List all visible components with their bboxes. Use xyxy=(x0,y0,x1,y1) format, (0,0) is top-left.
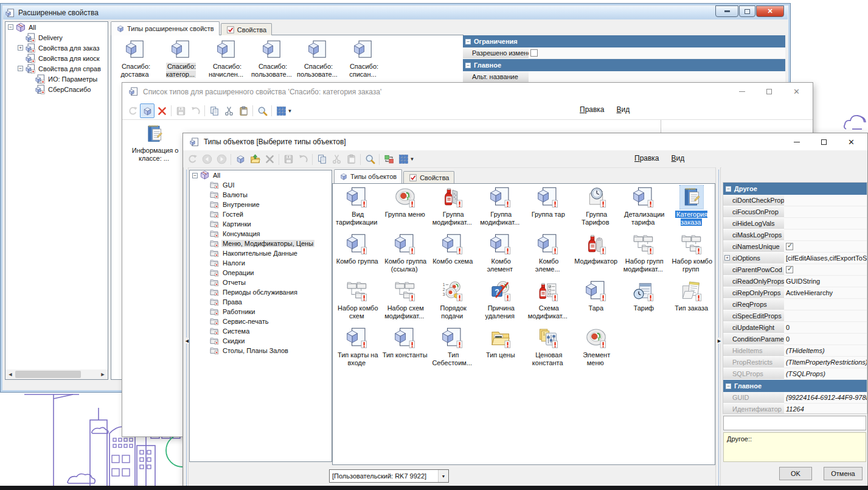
extended-property-item[interactable]: Спасибо: пользовате... xyxy=(249,39,295,79)
tree-item[interactable]: Консумация xyxy=(190,229,332,239)
object-categories-tree[interactable]: −AllGUIВалютыВнутренниеГостейКартинкиКон… xyxy=(189,170,332,462)
tree-item[interactable]: Гостей xyxy=(190,209,332,219)
undo-button[interactable] xyxy=(296,152,310,167)
tree-item[interactable]: −Свойства для справ xyxy=(5,63,108,74)
object-type-item[interactable]: ?Причина удаления xyxy=(477,279,525,326)
object-type-item[interactable]: 1Ценовая константа xyxy=(524,326,572,373)
property-value[interactable]: GUIDString xyxy=(784,276,867,287)
collapse-icon[interactable]: − xyxy=(8,24,13,30)
property-value[interactable] xyxy=(784,299,867,310)
extended-property-item[interactable]: Спасибо: доставка xyxy=(113,39,158,79)
property-value[interactable] xyxy=(784,264,867,276)
object-type-item[interactable]: Тип заказа xyxy=(668,279,716,326)
property-row[interactable]: SQLProps(TSQLProps) xyxy=(723,368,867,380)
tree-item[interactable]: Операции xyxy=(190,268,332,278)
section-header[interactable]: −Ограничения xyxy=(463,35,785,47)
property-value[interactable]: 0 xyxy=(784,322,867,334)
tree-item[interactable]: Периоды обслуживания xyxy=(190,287,332,297)
ok-button[interactable]: OK xyxy=(779,467,812,480)
property-row[interactable]: ciDontCheckProp xyxy=(723,195,867,206)
copy-button[interactable] xyxy=(207,103,221,118)
mid-titlebar[interactable]: Список типов для расширенного свойства '… xyxy=(122,83,813,100)
object-type-item[interactable]: Комбо элемент xyxy=(477,233,525,279)
property-value[interactable]: (TSQLProps) xyxy=(784,368,867,380)
combobox-dropdown-icon[interactable]: ▼ xyxy=(438,470,448,482)
property-row[interactable]: GUID{99224164-6912-44F9-978E xyxy=(723,392,867,404)
menu-правка[interactable]: Правка xyxy=(580,105,605,114)
tab-inactive[interactable]: Свойства xyxy=(403,171,454,183)
tree-item[interactable]: Свойства для киоск xyxy=(5,53,108,63)
delete-button[interactable] xyxy=(262,152,277,167)
paste-button[interactable] xyxy=(344,152,358,167)
tree-item[interactable]: Система xyxy=(190,326,332,336)
expand-icon[interactable]: + xyxy=(724,255,730,261)
close-button[interactable]: ✕ xyxy=(783,83,810,100)
property-value[interactable]: ActiveHierarchy xyxy=(784,287,867,299)
collapse-icon[interactable]: − xyxy=(465,39,471,44)
front-titlebar[interactable]: Типы объектов [Выберите типы объектов] xyxy=(183,133,867,150)
object-type-item[interactable]: Детализации тарифа xyxy=(620,186,668,233)
refresh-button[interactable] xyxy=(185,152,200,167)
property-value[interactable]: [cifEditAliases,cifExportToSQ xyxy=(784,253,867,264)
delete-button[interactable] xyxy=(155,103,169,118)
checkbox[interactable] xyxy=(786,243,793,250)
object-type-item[interactable]: Тариф xyxy=(620,279,668,326)
property-edit-box[interactable] xyxy=(723,416,866,430)
object-type-item[interactable]: Тара xyxy=(572,279,620,326)
checkbox[interactable] xyxy=(786,266,793,273)
left-splitter[interactable]: ◄ xyxy=(183,167,189,489)
section-header[interactable]: −Главное xyxy=(723,380,867,392)
undo-button[interactable] xyxy=(188,103,203,118)
expand-icon[interactable]: + xyxy=(18,45,23,51)
property-value[interactable]: 11264 xyxy=(784,404,867,414)
collapse-icon[interactable]: − xyxy=(465,63,471,68)
copy-button[interactable] xyxy=(314,152,329,167)
object-cube-button[interactable] xyxy=(233,152,248,167)
property-row[interactable]: Идентификатор11264 xyxy=(723,404,867,414)
object-type-item[interactable]: Группа Тарифов xyxy=(572,186,620,233)
maximize-button[interactable] xyxy=(755,83,783,100)
object-type-item[interactable]: Элемент меню xyxy=(572,326,620,373)
tree-item[interactable]: Внутренние xyxy=(190,200,332,209)
scroll-left-arrow-icon[interactable]: ◄ xyxy=(5,369,15,379)
property-row[interactable]: ciHideLogVals xyxy=(723,218,867,229)
tree-item[interactable]: Delivery xyxy=(5,32,108,43)
section-header[interactable]: −Другое xyxy=(723,183,867,195)
property-row[interactable]: ciSpecEditProps xyxy=(723,310,867,322)
object-type-item[interactable]: Тип Себестоим... xyxy=(429,326,477,373)
class-info-item[interactable]: Информация о классе: ... xyxy=(130,123,179,163)
maximize-button[interactable] xyxy=(810,133,838,151)
object-type-item[interactable]: Тип константы xyxy=(381,326,429,373)
dropdown-arrow-icon[interactable]: ▼ xyxy=(410,156,415,162)
property-value[interactable] xyxy=(784,310,867,322)
tree-item[interactable]: −All xyxy=(5,22,108,32)
object-type-item[interactable]: Группа модификат... xyxy=(477,186,525,233)
extended-property-item[interactable]: Спасибо: списан... xyxy=(341,39,386,79)
tree-item[interactable]: Скидки xyxy=(190,336,332,346)
cut-button[interactable] xyxy=(221,103,236,118)
property-row[interactable]: ConditionParame0 xyxy=(723,334,867,345)
checkbox[interactable] xyxy=(530,49,538,57)
tab-inactive[interactable]: Свойства xyxy=(221,23,272,35)
close-button[interactable]: ✕ xyxy=(756,5,784,17)
save-button[interactable] xyxy=(281,152,296,167)
find-button[interactable] xyxy=(363,152,377,167)
extended-property-item[interactable]: Спасибо: начислен... xyxy=(204,39,249,79)
property-row[interactable]: PropRestricts(TItemPropertyRestrictions) xyxy=(723,357,867,368)
folder-up-button[interactable] xyxy=(248,152,262,167)
property-row[interactable]: HideItems(THideItems) xyxy=(723,345,867,357)
view-grid-button[interactable]: ▼ xyxy=(396,152,417,167)
property-row[interactable]: Разрешено изменение xyxy=(463,47,785,59)
close-button[interactable]: ✕ xyxy=(838,133,865,151)
find-button[interactable] xyxy=(255,103,269,118)
object-type-item[interactable]: Комбо схема xyxy=(429,233,477,279)
tab-active[interactable]: Типы расширенных свойств xyxy=(111,21,220,35)
view-preset-combobox[interactable]: [Пользовательский: RK7 9922] ▼ xyxy=(329,469,449,483)
tree-item[interactable]: Накопительные Данные xyxy=(190,248,332,258)
object-type-item[interactable]: Группа меню xyxy=(381,186,429,233)
property-row[interactable]: ciRepOnlyPropsActiveHierarchy xyxy=(723,287,867,299)
object-type-item[interactable]: Набор комбо схем xyxy=(333,279,381,326)
menu-вид[interactable]: Вид xyxy=(672,154,685,163)
tree-item[interactable]: СберСпасибо xyxy=(5,84,108,94)
object-type-item[interactable]: Набор групп модификат... xyxy=(620,233,668,279)
